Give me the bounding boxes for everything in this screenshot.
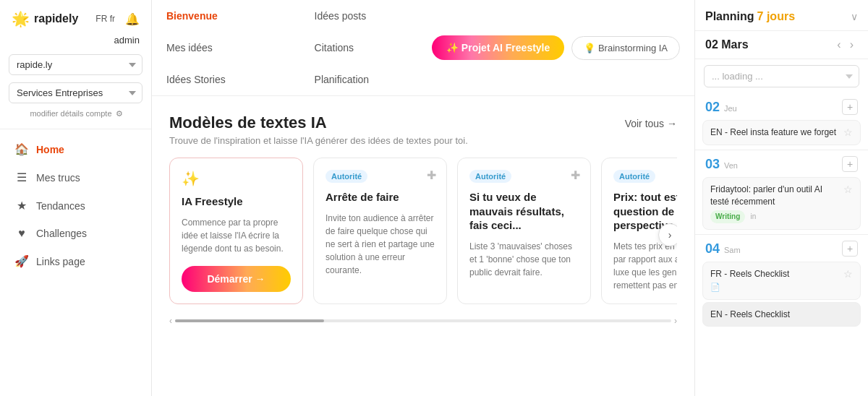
sidebar-nav: 🏠 Home ☰ Mes trucs ★ Tendances ♥ Challen…: [0, 132, 151, 396]
planning-item[interactable]: FR - Reels Checklist 📄 ☆: [702, 262, 861, 299]
day-name: Sam: [724, 246, 741, 254]
day-number: 02: [705, 100, 720, 114]
heart-icon: ♥: [14, 227, 29, 240]
loading-selector[interactable]: ... loading ...: [704, 65, 859, 87]
tab-idees-posts[interactable]: Idées posts: [315, 0, 432, 32]
cards-scroll[interactable]: ✨ IA Freestyle Commence par ta propre id…: [169, 158, 677, 313]
card-desc: Invite ton audience à arrêter de faire q…: [326, 212, 435, 277]
planning-days-label: 7 jours: [757, 10, 795, 23]
sidebar-logo-area: 🌟 rapidely FR fr 🔔: [0, 0, 151, 35]
sidebar-item-label: Tendances: [36, 200, 85, 212]
sidebar-item-tendances[interactable]: ★ Tendances: [0, 191, 151, 220]
date-label: 02 Mars: [705, 38, 833, 51]
planning-item[interactable]: EN - Reel insta feature we forget ☆: [702, 120, 861, 145]
day-add-button[interactable]: +: [842, 156, 858, 172]
scroll-thumb: [175, 319, 324, 322]
tab-citations[interactable]: Citations: [315, 32, 432, 64]
card-desc: Liste 3 'mauvaises' choses et 1 'bonne' …: [469, 240, 579, 279]
logo-text: rapidely: [34, 12, 78, 25]
section-title: Modèles de textes IA: [169, 113, 468, 132]
card-title: Arrête de faire: [326, 190, 435, 205]
day-name: Ven: [724, 161, 738, 170]
planning-item-text: FR - Reels Checklist 📄: [710, 268, 839, 293]
planning-item-text: EN - Reels Checklist: [710, 309, 853, 321]
freestyle-button[interactable]: ✨ Projet AI Freestyle: [432, 35, 564, 60]
workspace-selector[interactable]: rapide.ly: [9, 54, 142, 75]
writing-badge: Writing: [710, 210, 745, 223]
tab-mes-idees[interactable]: Mes idées: [166, 32, 289, 64]
add-card-icon[interactable]: ✚: [427, 168, 436, 182]
demarrer-button[interactable]: Démarrer →: [182, 266, 291, 292]
planning-collapse-icon[interactable]: ∨: [851, 11, 858, 22]
services-selector[interactable]: Services Entreprises: [9, 82, 142, 103]
day-add-button[interactable]: +: [842, 99, 858, 115]
card-mauvais-resultats: Autorité ✚ Si tu veux de mauvais résulta…: [457, 158, 591, 304]
card-badge: Autorité: [326, 170, 367, 183]
voir-tous-link[interactable]: Voir tous →: [625, 118, 677, 129]
star-icon[interactable]: ☆: [843, 268, 853, 280]
add-card-icon[interactable]: ✚: [571, 168, 580, 182]
day-name: Jeu: [724, 104, 737, 113]
scroll-indicator: ‹ ›: [169, 313, 677, 326]
card-desc: Mets tes prix en perspective par rapport…: [613, 240, 677, 292]
star-icon: ★: [14, 199, 29, 212]
section-header: Modèles de textes IA Trouve de l'inspira…: [169, 113, 677, 146]
tab-idees-stories[interactable]: Idées Stories: [166, 64, 289, 95]
modify-account-link[interactable]: modifier détails compte ⚙: [0, 106, 151, 126]
in-label: in: [751, 212, 757, 222]
planning-header: Planning 7 jours ∨: [695, 0, 868, 31]
main-content-area: Bienvenue Idées posts Mes idées Citation…: [152, 0, 694, 396]
planning-days-list: 02 Jeu + EN - Reel insta feature we forg…: [695, 93, 868, 396]
star-icon[interactable]: ☆: [843, 184, 853, 195]
date-next-icon[interactable]: ›: [846, 37, 858, 53]
day-number: 04: [705, 241, 720, 256]
tab-bienvenue[interactable]: Bienvenue: [166, 0, 289, 32]
home-icon: 🏠: [14, 142, 29, 156]
planning-item[interactable]: Fridaytool: parler d'un outil AI testé r…: [702, 177, 861, 231]
freestyle-icon: ✨: [182, 170, 291, 187]
date-navigation: 02 Mars ‹ ›: [695, 31, 868, 59]
card-footer: Démarrer →: [182, 266, 291, 292]
sidebar-item-home[interactable]: 🏠 Home: [0, 135, 151, 163]
notification-bell-icon[interactable]: 🔔: [125, 12, 140, 26]
admin-label: admin: [0, 35, 151, 51]
star-icon[interactable]: ☆: [843, 126, 853, 138]
card-ia-freestyle: ✨ IA Freestyle Commence par ta propre id…: [169, 158, 303, 304]
card-badge: Autorité: [613, 170, 655, 183]
sidebar-item-label: Home: [36, 144, 64, 155]
planning-item-text: Fridaytool: parler d'un outil AI testé r…: [710, 184, 839, 224]
card-desc: Commence par ta propre idée et laisse l'…: [182, 216, 291, 255]
right-panel: Planning 7 jours ∨ 02 Mars ‹ › ... loadi…: [694, 0, 868, 396]
section-header-text: Modèles de textes IA Trouve de l'inspira…: [169, 113, 468, 146]
top-navigation: Bienvenue Idées posts Mes idées Citation…: [152, 0, 694, 96]
card-arrete-de-faire: Autorité ✚ Arrête de faire Invite ton au…: [313, 158, 447, 304]
content-area: Modèles de textes IA Trouve de l'inspira…: [152, 96, 694, 396]
day-section-04: 04 Sam + FR - Reels Checklist 📄 ☆ EN - R…: [695, 235, 868, 327]
sidebar-item-challenges[interactable]: ♥ Challenges: [0, 220, 151, 247]
card-badge: Autorité: [469, 170, 511, 183]
planning-item-text: EN - Reel insta feature we forget: [710, 126, 839, 139]
scroll-right-icon[interactable]: ›: [674, 316, 677, 326]
date-prev-icon[interactable]: ‹: [833, 37, 845, 53]
planning-item[interactable]: EN - Reels Checklist: [702, 302, 861, 327]
settings-icon: ⚙: [116, 109, 123, 118]
day-header-04: 04 Sam +: [695, 235, 868, 259]
tab-planification[interactable]: Planification: [315, 64, 432, 95]
day-section-03: 03 Ven + Fridaytool: parler d'un outil A…: [695, 150, 868, 231]
nav-tabs-grid: Bienvenue Idées posts Mes idées Citation…: [166, 0, 432, 95]
sidebar-item-links[interactable]: 🚀 Links page: [0, 247, 151, 275]
sidebar-item-mes-trucs[interactable]: ☰ Mes trucs: [0, 163, 151, 191]
sidebar-divider: [0, 129, 151, 129]
scroll-track: [175, 319, 671, 322]
day-number: 03: [705, 157, 720, 171]
day-add-button[interactable]: +: [842, 241, 858, 257]
sidebar-item-label: Links page: [36, 256, 85, 267]
scroll-left-icon[interactable]: ‹: [169, 316, 172, 326]
top-nav-actions: ✨ Projet AI Freestyle 💡 Brainstorming IA: [432, 28, 680, 67]
brainstorm-button[interactable]: 💡 Brainstorming IA: [571, 36, 680, 60]
card-title: IA Freestyle: [182, 194, 291, 209]
lang-switcher[interactable]: FR fr: [95, 14, 115, 24]
logo-icon: 🌟: [12, 10, 30, 27]
cards-wrapper: ✨ IA Freestyle Commence par ta propre id…: [169, 158, 677, 313]
cards-next-button[interactable]: ›: [658, 223, 677, 246]
